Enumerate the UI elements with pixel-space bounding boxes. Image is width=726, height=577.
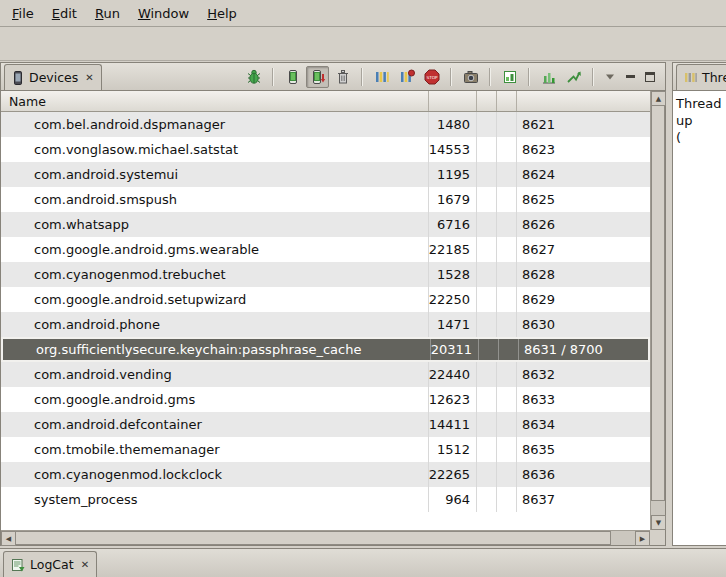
- device-table: Name com.bel.android.dspmanager14808621c…: [1, 91, 665, 545]
- cell-name: com.android.defcontainer: [1, 412, 429, 437]
- trace-icon[interactable]: [562, 66, 585, 88]
- cause-gc-icon[interactable]: [331, 66, 354, 88]
- scroll-down-icon[interactable]: ▼: [651, 515, 666, 530]
- cell-name: com.android.systemui: [1, 162, 429, 187]
- cell-b1: [477, 437, 497, 462]
- tab-threads-label: Threa: [702, 70, 726, 85]
- tab-logcat[interactable]: LogCat ✕: [3, 551, 97, 577]
- minimize-icon[interactable]: [620, 67, 640, 87]
- cell-b2: [497, 112, 517, 137]
- device-row[interactable]: com.android.vending224408632: [1, 362, 650, 387]
- threads-message-line2: (: [676, 129, 723, 146]
- cell-name: com.tmobile.thememanager: [1, 437, 429, 462]
- vertical-scrollbar[interactable]: ▲ ▼: [650, 91, 665, 530]
- cell-b2: [497, 462, 517, 487]
- column-header-blank2[interactable]: [497, 91, 517, 111]
- vertical-scrollbar-track[interactable]: [651, 501, 665, 515]
- horizontal-scrollbar-track[interactable]: [611, 531, 635, 545]
- column-header-blank1[interactable]: [477, 91, 497, 111]
- cell-b1: [477, 137, 497, 162]
- cell-port: 8635: [517, 437, 650, 462]
- devices-panel: Devices ✕: [0, 62, 666, 546]
- close-icon[interactable]: ✕: [79, 559, 89, 570]
- device-row[interactable]: com.cyanogenmod.lockclock222658636: [1, 462, 650, 487]
- update-heap-icon[interactable]: [281, 66, 304, 88]
- device-row[interactable]: com.android.phone14718630: [1, 312, 650, 337]
- device-row[interactable]: com.android.defcontainer144118634: [1, 412, 650, 437]
- close-icon[interactable]: ✕: [83, 72, 93, 83]
- menu-help[interactable]: Help: [198, 2, 246, 25]
- cell-pid: 22185: [429, 237, 477, 262]
- toolbar-separator: [450, 68, 452, 86]
- device-row[interactable]: com.google.android.gms.wearable221858627: [1, 237, 650, 262]
- vertical-scrollbar-thumb[interactable]: [651, 106, 665, 501]
- menu-edit[interactable]: Edit: [43, 2, 86, 25]
- device-row[interactable]: system_process9648637: [1, 487, 650, 512]
- scroll-left-icon[interactable]: ◀: [1, 531, 16, 546]
- stop-process-icon[interactable]: STOP: [420, 66, 443, 88]
- column-header-port[interactable]: [517, 91, 650, 111]
- device-row[interactable]: org.sufficientlysecure.keychain:passphra…: [1, 337, 650, 362]
- device-row[interactable]: com.google.android.setupwizard222508629: [1, 287, 650, 312]
- tab-threads[interactable]: Threa: [676, 64, 726, 90]
- cell-pid: 12623: [429, 387, 477, 412]
- cell-pid: 1679: [429, 187, 477, 212]
- menu-window[interactable]: Window: [129, 2, 198, 25]
- scroll-up-icon[interactable]: ▲: [651, 91, 666, 106]
- screen-capture-icon[interactable]: [459, 66, 482, 88]
- debug-icon[interactable]: [242, 66, 265, 88]
- cell-b1: [477, 412, 497, 437]
- threads-panel: Threa Thread up (: [672, 62, 726, 546]
- menu-run[interactable]: Run: [86, 2, 129, 25]
- menu-file[interactable]: File: [3, 2, 43, 25]
- cell-b2: [497, 162, 517, 187]
- cell-pid: 1195: [429, 162, 477, 187]
- scroll-right-icon[interactable]: ▶: [635, 531, 650, 546]
- dump-hprof-icon[interactable]: [306, 66, 329, 88]
- cell-b2: [497, 137, 517, 162]
- cell-pid: 6716: [429, 212, 477, 237]
- tab-logcat-label: LogCat: [30, 557, 74, 572]
- threads-message-line1: Thread up: [676, 95, 723, 129]
- cell-name: org.sufficientlysecure.keychain:passphra…: [3, 339, 431, 360]
- start-method-profiling-icon[interactable]: [395, 66, 418, 88]
- cell-pid: 22250: [429, 287, 477, 312]
- device-row[interactable]: com.bel.android.dspmanager14808621: [1, 112, 650, 137]
- maximize-icon[interactable]: [640, 67, 660, 87]
- device-row[interactable]: com.whatsapp67168626: [1, 212, 650, 237]
- device-row[interactable]: com.vonglasow.michael.satstat145538623: [1, 137, 650, 162]
- column-header-name[interactable]: Name: [1, 91, 429, 111]
- device-row[interactable]: com.google.android.gms126238633: [1, 387, 650, 412]
- cell-name: com.bel.android.dspmanager: [1, 112, 429, 137]
- cell-b1: [477, 312, 497, 337]
- devices-toolbar: STOP: [241, 63, 665, 90]
- horizontal-scrollbar-thumb[interactable]: [16, 531, 611, 545]
- column-header-pid[interactable]: [429, 91, 477, 111]
- cell-name: com.google.android.gms: [1, 387, 429, 412]
- cell-port: 8634: [517, 412, 650, 437]
- device-row[interactable]: com.tmobile.thememanager15128635: [1, 437, 650, 462]
- toolbar-separator: [592, 68, 594, 86]
- tab-devices[interactable]: Devices ✕: [4, 64, 102, 90]
- cell-b1: [477, 237, 497, 262]
- device-row[interactable]: com.cyanogenmod.trebuchet15288628: [1, 262, 650, 287]
- cell-b2: [497, 237, 517, 262]
- view-menu-icon[interactable]: [600, 67, 620, 87]
- cell-b1: [477, 487, 497, 512]
- cell-port: 8631 / 8700: [519, 339, 648, 360]
- update-threads-icon[interactable]: [370, 66, 393, 88]
- table-header: Name: [1, 91, 650, 112]
- device-row[interactable]: com.android.systemui11958624: [1, 162, 650, 187]
- logcat-bar: LogCat ✕: [0, 548, 726, 577]
- hierarchy-view-icon[interactable]: [498, 66, 521, 88]
- cell-port: 8625: [517, 187, 650, 212]
- horizontal-scrollbar[interactable]: ◀ ▶: [1, 530, 650, 545]
- device-row[interactable]: com.android.smspush16798625: [1, 187, 650, 212]
- sysinfo-icon[interactable]: [537, 66, 560, 88]
- cell-b1: [477, 187, 497, 212]
- cell-name: com.android.phone: [1, 312, 429, 337]
- cell-b2: [497, 437, 517, 462]
- cell-b1: [477, 162, 497, 187]
- devices-tabbar: Devices ✕: [1, 63, 665, 91]
- cell-name: com.android.smspush: [1, 187, 429, 212]
